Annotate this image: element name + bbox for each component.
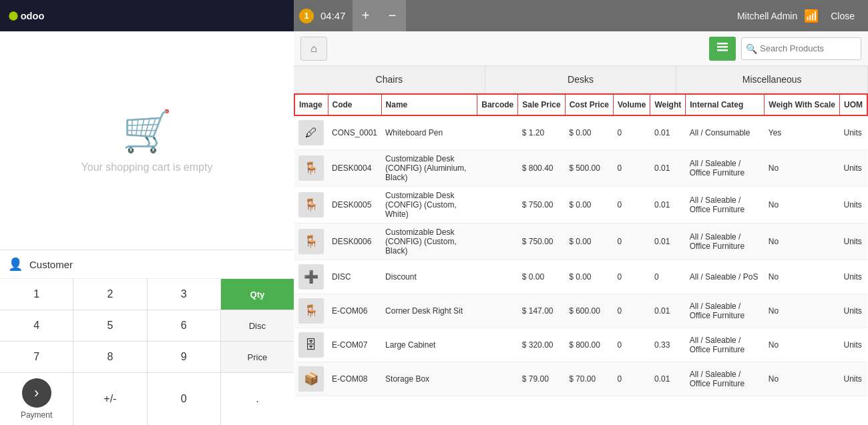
numpad-btn-qty[interactable]: Qty [221, 279, 294, 310]
product-image-cell: 🪑 [294, 187, 328, 224]
wifi-icon: 📶 [804, 9, 819, 23]
product-weigh: No [765, 187, 840, 224]
product-volume: 0 [614, 187, 650, 224]
numpad-btn-2[interactable]: 2 [73, 279, 146, 310]
table-header-weight: Weight [650, 94, 686, 115]
pos-topbar: 1 04:47 + − Mitchell Admin 📶 Close [294, 0, 868, 31]
product-cost_price: $ 0.00 [565, 187, 613, 224]
add-session-button[interactable]: + [353, 0, 379, 31]
product-sale_price: $ 750.00 [518, 187, 565, 224]
product-uom: Units [839, 328, 867, 362]
search-area: ⌂ 🔍 ✕ [294, 31, 868, 66]
admin-name: Mitchell Admin [737, 11, 797, 21]
table-row[interactable]: 🖊CONS_0001Whiteboard Pen$ 1.20$ 0.0000.0… [294, 115, 867, 150]
product-barcode [477, 328, 518, 362]
product-table: ImageCodeNameBarcodeSale PriceCost Price… [294, 93, 868, 396]
numpad-btn-1[interactable]: 1 [0, 279, 73, 310]
table-row[interactable]: 🪑DESK0005Customizable Desk (CONFIG) (Cus… [294, 187, 867, 224]
product-code: DESK0005 [328, 187, 381, 224]
cart-icon: 🛒 [122, 107, 172, 155]
product-volume: 0 [614, 150, 650, 187]
table-row[interactable]: 🪑DESK0004Customizable Desk (CONFIG) (Alu… [294, 150, 867, 187]
product-category: All / Saleable / Office Furniture [686, 294, 765, 328]
numpad-btn-5[interactable]: 5 [73, 310, 146, 341]
odoo-topbar: odoo [0, 0, 294, 31]
product-category: All / Saleable / Office Furniture [686, 328, 765, 362]
numpad-btn-7[interactable]: 7 [0, 342, 73, 372]
numpad-btn-4[interactable]: 4 [0, 310, 73, 341]
product-code: E-COM07 [328, 328, 381, 362]
svg-rect-3 [717, 46, 728, 48]
product-weigh: No [765, 294, 840, 328]
numpad-btn-8[interactable]: 8 [73, 342, 146, 372]
product-image-cell: 🪑 [294, 224, 328, 260]
payment-arrow-icon: › [22, 378, 51, 408]
table-row[interactable]: 🪑DESK0006Customizable Desk (CONFIG) (Cus… [294, 224, 867, 260]
product-name: Customizable Desk (CONFIG) (Aluminium, B… [381, 150, 477, 187]
remove-session-button[interactable]: − [379, 0, 406, 31]
product-uom: Units [839, 260, 867, 294]
bottom-section: 👤 Customer 123Qty456Disc789Price›Payment… [0, 250, 294, 425]
product-code: DESK0006 [328, 224, 381, 260]
odoo-logo[interactable]: odoo [0, 0, 69, 31]
product-category: All / Saleable / Office Furniture [686, 150, 765, 187]
table-header-uom: UOM [839, 94, 867, 115]
product-cost_price: $ 600.00 [565, 294, 613, 328]
product-sale_price: $ 1.20 [518, 115, 565, 150]
table-header-internal-categ: Internal Categ [686, 94, 765, 115]
product-table-container[interactable]: ImageCodeNameBarcodeSale PriceCost Price… [294, 93, 868, 425]
table-row[interactable]: ➕DISCDiscount$ 0.00$ 0.0000All / Saleabl… [294, 260, 867, 294]
product-cost_price: $ 70.00 [565, 362, 613, 396]
table-row[interactable]: 🪑E-COM06Corner Desk Right Sit$ 147.00$ 6… [294, 294, 867, 328]
product-image-cell: ➕ [294, 260, 328, 294]
view-toggle-button[interactable] [709, 37, 736, 61]
numpad-btn-plusslash-[interactable]: +/- [73, 373, 146, 425]
table-header-weigh-with-scale: Weigh With Scale [765, 94, 840, 115]
product-image-cell: 🪑 [294, 294, 328, 328]
numpad-btn-6[interactable]: 6 [148, 310, 220, 341]
product-barcode [477, 260, 518, 294]
numpad-btn-3[interactable]: 3 [148, 279, 220, 310]
product-image-cell: 📦 [294, 362, 328, 396]
numpad-btn-price[interactable]: Price [221, 342, 294, 372]
product-name: Storage Box [381, 362, 477, 396]
table-row[interactable]: 🗄E-COM07Large Cabinet$ 320.00$ 800.0000.… [294, 328, 867, 362]
product-name: Customizable Desk (CONFIG) (Custom, Blac… [381, 224, 477, 260]
category-tab-chairs[interactable]: Chairs [294, 66, 485, 93]
product-barcode [477, 362, 518, 396]
product-cost_price: $ 0.00 [565, 115, 613, 150]
home-button[interactable]: ⌂ [300, 37, 327, 61]
customer-row[interactable]: 👤 Customer [0, 250, 294, 279]
svg-rect-4 [717, 49, 728, 51]
search-input[interactable] [760, 43, 868, 53]
product-weight: 0.01 [650, 150, 686, 187]
numpad-btn-.[interactable]: . [221, 373, 294, 425]
close-button[interactable]: Close [825, 8, 860, 24]
numpad-btn-9[interactable]: 9 [148, 342, 220, 372]
table-header-sale-price: Sale Price [518, 94, 565, 115]
product-name: Large Cabinet [381, 328, 477, 362]
product-uom: Units [839, 150, 867, 187]
svg-text:odoo: odoo [21, 10, 45, 21]
search-wrapper[interactable]: 🔍 ✕ [741, 37, 861, 60]
table-row[interactable]: 📦E-COM08Storage Box$ 79.00$ 70.0000.01Al… [294, 362, 867, 396]
product-image-cell: 🪑 [294, 150, 328, 187]
table-header-image: Image [294, 94, 328, 115]
payment-button[interactable]: ›Payment [0, 373, 73, 425]
product-uom: Units [839, 115, 867, 150]
table-header-code: Code [328, 94, 381, 115]
search-icon: 🔍 [746, 43, 757, 54]
product-weigh: No [765, 224, 840, 260]
customer-label: Customer [29, 259, 73, 270]
product-uom: Units [839, 187, 867, 224]
numpad-btn-0[interactable]: 0 [148, 373, 220, 425]
category-tab-miscellaneous[interactable]: Miscellaneous [676, 66, 868, 93]
numpad-btn-disc[interactable]: Disc [221, 310, 294, 341]
product-volume: 0 [614, 328, 650, 362]
customer-icon: 👤 [8, 257, 23, 272]
category-tab-desks[interactable]: Desks [485, 66, 677, 93]
product-weight: 0.01 [650, 294, 686, 328]
pos-topbar-right: Mitchell Admin 📶 Close [737, 8, 868, 24]
product-weigh: No [765, 328, 840, 362]
product-sale_price: $ 750.00 [518, 224, 565, 260]
